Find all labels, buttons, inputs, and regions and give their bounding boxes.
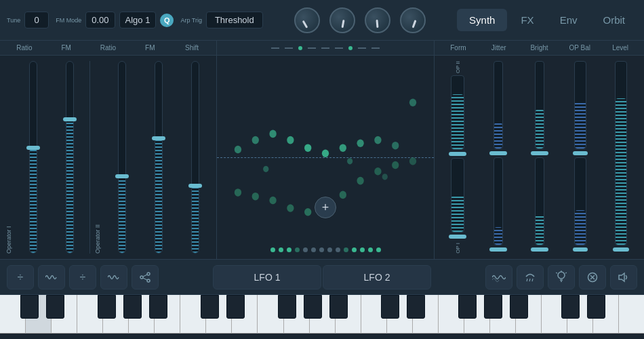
white-key[interactable]	[619, 295, 644, 334]
right-panel-body: OP II OP I	[434, 56, 644, 259]
header-shift: Shift	[171, 44, 213, 52]
bottom-dot-7	[319, 247, 324, 252]
svg-point-1	[252, 136, 259, 144]
top-controls: Tune 0 FM Mode 0.00 Algo 1 Q Arp Trig Th…	[7, 12, 263, 28]
wave-icon-2	[108, 273, 120, 282]
svg-line-38	[565, 273, 567, 273]
fm-value[interactable]: 0.00	[85, 12, 115, 28]
white-key[interactable]	[0, 295, 26, 334]
tab-synth[interactable]: Synth	[457, 9, 507, 31]
white-key[interactable]	[284, 295, 310, 334]
dash-3	[308, 47, 316, 49]
bulb-btn[interactable]	[548, 265, 575, 290]
level-slider[interactable]	[602, 61, 640, 254]
opbal-slider[interactable]	[561, 61, 599, 254]
white-key[interactable]	[567, 295, 593, 334]
tool-btn-2[interactable]	[38, 265, 65, 290]
tab-fx[interactable]: FX	[508, 9, 546, 31]
wave-icon-1	[45, 273, 58, 282]
white-key[interactable]	[180, 295, 206, 334]
tool-btn-1[interactable]: ÷	[7, 265, 34, 290]
svg-line-32	[532, 279, 533, 281]
knob-4[interactable]	[400, 7, 426, 33]
white-key[interactable]	[542, 295, 567, 334]
white-key[interactable]	[336, 295, 361, 334]
knob-1-wrap	[294, 7, 320, 33]
white-key[interactable]	[155, 295, 180, 334]
lfo2-button[interactable]: LFO 2	[323, 265, 431, 290]
white-key[interactable]	[258, 295, 283, 334]
svg-point-24	[382, 174, 388, 180]
header-fm-1: FM	[45, 44, 87, 52]
bulb-icon	[556, 271, 567, 284]
shift-slider[interactable]	[178, 61, 212, 254]
bottom-dot-6	[311, 247, 316, 252]
tab-env[interactable]: Env	[548, 9, 590, 31]
svg-point-13	[269, 197, 276, 205]
white-key[interactable]	[361, 295, 387, 334]
bottom-dot-1	[270, 247, 275, 252]
knob-2[interactable]	[329, 7, 355, 33]
bottom-toolbar: ÷ ÷ LFO 1 LFO 2	[0, 259, 644, 294]
algo-selector[interactable]: Algo 1	[119, 12, 157, 28]
tool-btn-5[interactable]	[132, 265, 159, 290]
tool-btn-3[interactable]: ÷	[69, 265, 96, 290]
ratio-2-track	[118, 61, 126, 254]
svg-point-10	[409, 98, 416, 106]
white-key[interactable]	[490, 295, 516, 334]
lfo1-button[interactable]: LFO 1	[213, 265, 321, 290]
white-key[interactable]	[77, 295, 103, 334]
threshold-selector[interactable]: Threshold	[206, 12, 263, 28]
fm-1-track	[66, 61, 74, 254]
knob-1[interactable]	[294, 7, 320, 33]
white-key[interactable]	[129, 295, 155, 334]
bottom-dot-2	[279, 247, 283, 252]
dash-5	[335, 47, 343, 49]
white-key[interactable]	[103, 295, 129, 334]
white-key[interactable]	[516, 295, 542, 334]
white-key[interactable]	[439, 295, 464, 334]
white-key[interactable]	[464, 295, 490, 334]
white-key[interactable]	[413, 295, 439, 334]
white-key[interactable]	[52, 295, 77, 334]
white-key[interactable]	[387, 295, 413, 334]
op1-label: Operator I	[4, 61, 14, 254]
center-body[interactable]: +	[217, 56, 434, 259]
header-fm-2: FM	[129, 44, 171, 52]
knob-3[interactable]	[365, 7, 390, 33]
white-key[interactable]	[26, 295, 52, 334]
white-key[interactable]	[232, 295, 258, 334]
white-key[interactable]	[310, 295, 336, 334]
svg-point-18	[357, 177, 363, 185]
fm-2-slider[interactable]	[142, 61, 176, 254]
tab-orbit[interactable]: Orbit	[590, 9, 637, 31]
svg-point-17	[340, 191, 346, 199]
tune-value[interactable]: 0	[24, 12, 49, 28]
q-badge[interactable]: Q	[160, 14, 174, 27]
speaker-btn[interactable]	[610, 265, 637, 290]
bright-slider[interactable]	[520, 61, 558, 254]
jitter-slider[interactable]	[479, 61, 517, 254]
piano-keyboard[interactable]	[0, 294, 644, 334]
svg-point-20	[392, 161, 399, 170]
waves-btn[interactable]	[485, 265, 512, 290]
white-key[interactable]	[593, 295, 619, 334]
white-key[interactable]	[206, 295, 232, 334]
tool-btn-4[interactable]	[100, 265, 127, 290]
ratio-1-slider[interactable]	[16, 61, 50, 254]
ratio-2-slider[interactable]	[105, 61, 139, 254]
form-slider[interactable]: OP II OP I	[439, 61, 477, 254]
rain-btn[interactable]	[517, 265, 544, 290]
white-keys	[0, 295, 644, 334]
knob-4-wrap	[400, 7, 426, 33]
svg-point-33	[558, 272, 565, 279]
fm-1-slider[interactable]	[53, 61, 87, 254]
bright-thumb-1	[531, 151, 548, 155]
close-btn[interactable]	[579, 265, 606, 290]
bottom-dot-14	[376, 247, 381, 252]
top-bar: Tune 0 FM Mode 0.00 Algo 1 Q Arp Trig Th…	[0, 0, 644, 41]
main-area: Ratio FM Ratio FM Shift Operator I	[0, 41, 644, 259]
form-thumb-1	[449, 152, 466, 156]
svg-line-28	[143, 275, 147, 277]
plus-button[interactable]: +	[315, 197, 336, 218]
